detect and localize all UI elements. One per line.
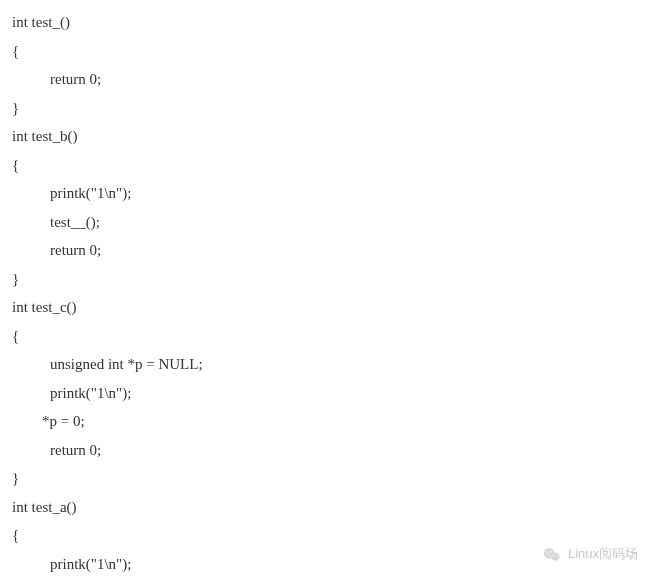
code-line: } xyxy=(12,464,654,493)
code-block: int test_(){return 0;}int test_b(){print… xyxy=(12,8,654,585)
code-line: test__(); xyxy=(12,208,654,237)
code-line: test_c(); xyxy=(12,578,654,585)
svg-point-4 xyxy=(553,555,554,556)
code-line: *p = 0; xyxy=(12,407,654,436)
code-line: return 0; xyxy=(12,236,654,265)
code-line: int test_b() xyxy=(12,122,654,151)
svg-point-5 xyxy=(556,555,557,556)
code-line: { xyxy=(12,322,654,351)
code-line: int test_a() xyxy=(12,493,654,522)
code-line: } xyxy=(12,94,654,123)
code-line: int test_c() xyxy=(12,293,654,322)
code-line: return 0; xyxy=(12,65,654,94)
code-line: { xyxy=(12,37,654,66)
watermark: Linux阅码场 xyxy=(542,542,638,567)
wechat-icon xyxy=(542,545,562,565)
code-line: unsigned int *p = NULL; xyxy=(12,350,654,379)
code-line: { xyxy=(12,151,654,180)
code-line: return 0; xyxy=(12,436,654,465)
code-line: } xyxy=(12,265,654,294)
watermark-text: Linux阅码场 xyxy=(568,542,638,567)
svg-point-3 xyxy=(550,551,552,553)
code-line: int test_() xyxy=(12,8,654,37)
svg-point-2 xyxy=(546,551,548,553)
code-line: printk("1\n"); xyxy=(12,179,654,208)
code-line: printk("1\n"); xyxy=(12,379,654,408)
svg-point-1 xyxy=(551,552,559,560)
